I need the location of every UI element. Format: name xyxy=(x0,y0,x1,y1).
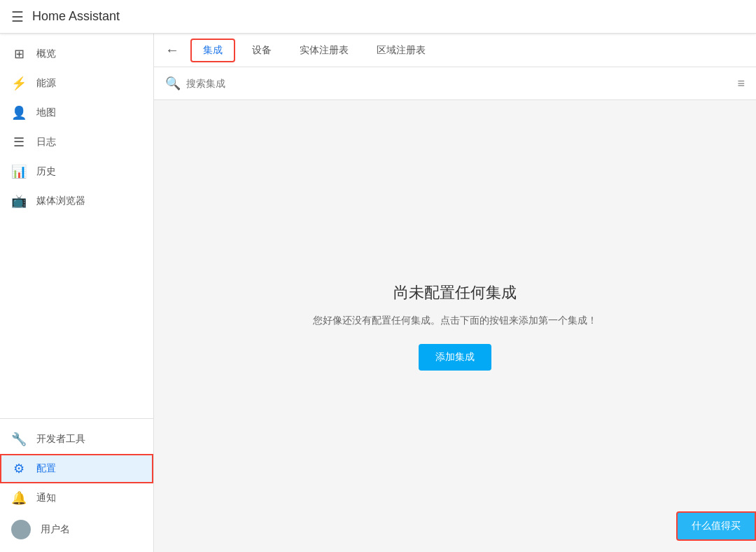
sidebar-bottom: 🔧 开发者工具⚙ 配置🔔 通知 用户名 xyxy=(0,418,153,552)
sidebar-label-devtools: 开发者工具 xyxy=(36,433,85,446)
sidebar: ⊞ 概览⚡ 能源👤 地图☰ 日志📊 历史📺 媒体浏览器 🔧 开发者工具⚙ 配置🔔… xyxy=(0,34,154,552)
sidebar-nav: ⊞ 概览⚡ 能源👤 地图☰ 日志📊 历史📺 媒体浏览器 xyxy=(0,34,153,418)
sidebar-icon-energy: ⚡ xyxy=(11,76,27,91)
main-layout: ⊞ 概览⚡ 能源👤 地图☰ 日志📊 历史📺 媒体浏览器 🔧 开发者工具⚙ 配置🔔… xyxy=(0,34,756,552)
empty-state: 尚未配置任何集成 您好像还没有配置任何集成。点击下面的按钮来添加第一个集成！ 添… xyxy=(154,100,756,552)
notification-icon: 🔔 xyxy=(11,490,27,506)
tab-integrations[interactable]: 集成 xyxy=(190,39,235,62)
avatar xyxy=(11,520,31,539)
sidebar-icon-config: ⚙ xyxy=(11,461,27,476)
search-input[interactable] xyxy=(186,78,732,89)
sidebar-icon-map: 👤 xyxy=(11,105,27,120)
search-icon: 🔍 xyxy=(165,76,181,91)
empty-subtitle: 您好像还没有配置任何集成。点击下面的按钮来添加第一个集成！ xyxy=(313,315,597,327)
back-button[interactable]: ← xyxy=(165,42,179,58)
tab-devices[interactable]: 设备 xyxy=(241,40,283,61)
empty-title: 尚未配置任何集成 xyxy=(393,282,517,303)
tab-entity_registry[interactable]: 实体注册表 xyxy=(288,40,360,61)
content-header: ← 集成设备实体注册表区域注册表 xyxy=(154,34,756,67)
sidebar-icon-overview: ⊞ xyxy=(11,46,27,62)
sidebar-item-devtools[interactable]: 🔧 开发者工具 xyxy=(0,425,153,454)
sidebar-label-log: 日志 xyxy=(36,136,56,149)
add-integration-button[interactable]: 添加集成 xyxy=(419,344,491,371)
sidebar-item-map[interactable]: 👤 地图 xyxy=(0,98,153,127)
sidebar-item-log[interactable]: ☰ 日志 xyxy=(0,127,153,157)
tab-bar: 集成设备实体注册表区域注册表 xyxy=(190,39,745,62)
tab-area_registry[interactable]: 区域注册表 xyxy=(365,40,437,61)
user-name: 用户名 xyxy=(41,523,70,536)
content-area: ← 集成设备实体注册表区域注册表 🔍 ≡ 尚未配置任何集成 您好像还没有配置任何… xyxy=(154,34,756,552)
sidebar-icon-devtools: 🔧 xyxy=(11,432,27,447)
top-header: ☰ Home Assistant xyxy=(0,0,756,34)
sidebar-label-config: 配置 xyxy=(36,462,56,475)
watermark[interactable]: 什么值得买 xyxy=(676,511,756,541)
sidebar-item-overview[interactable]: ⊞ 概览 xyxy=(0,39,153,69)
sidebar-item-energy[interactable]: ⚡ 能源 xyxy=(0,69,153,98)
notification-label: 通知 xyxy=(36,492,56,504)
sidebar-item-config[interactable]: ⚙ 配置 xyxy=(0,454,153,483)
sidebar-label-energy: 能源 xyxy=(36,77,56,90)
sidebar-user[interactable]: 用户名 xyxy=(0,513,153,546)
sidebar-icon-history: 📊 xyxy=(11,164,27,179)
app-title: Home Assistant xyxy=(32,9,120,24)
sidebar-label-history: 历史 xyxy=(36,165,56,178)
sidebar-icon-log: ☰ xyxy=(11,134,27,150)
sidebar-icon-media: 📺 xyxy=(11,193,27,209)
sidebar-item-notification[interactable]: 🔔 通知 xyxy=(0,483,153,513)
menu-icon[interactable]: ☰ xyxy=(11,8,24,25)
sidebar-label-media: 媒体浏览器 xyxy=(36,195,85,207)
search-bar: 🔍 ≡ xyxy=(154,67,756,100)
filter-icon[interactable]: ≡ xyxy=(737,76,745,91)
sidebar-label-map: 地图 xyxy=(36,106,56,119)
sidebar-label-overview: 概览 xyxy=(36,48,56,60)
sidebar-item-media[interactable]: 📺 媒体浏览器 xyxy=(0,186,153,216)
sidebar-item-history[interactable]: 📊 历史 xyxy=(0,157,153,186)
